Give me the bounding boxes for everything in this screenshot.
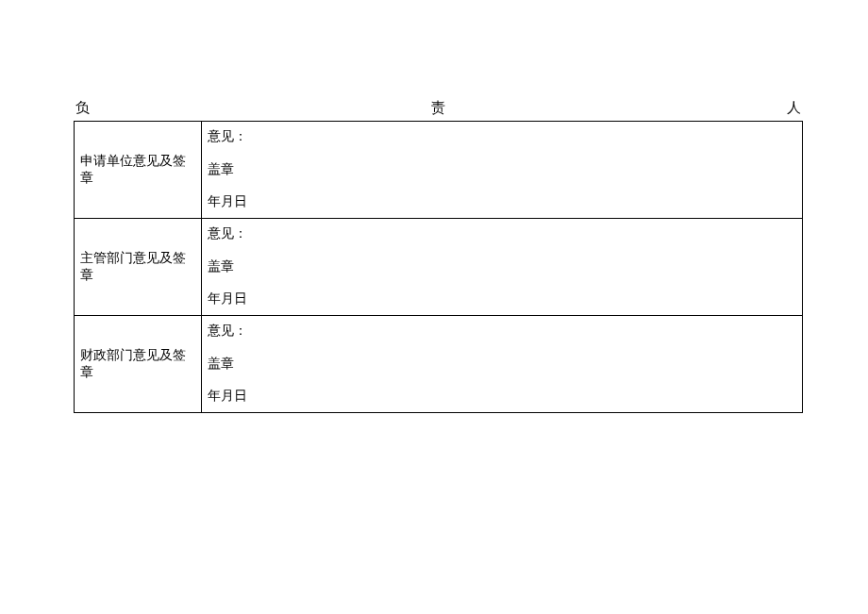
date-label: 年月日 — [208, 389, 796, 405]
row-label-applicant: 申请单位意见及签章 — [75, 122, 202, 219]
opinion-label: 意见： — [208, 226, 796, 242]
form-container: 负 责 人 申请单位意见及签章 意见： 盖章 年月日 主管部门意见及签章 意见：… — [74, 99, 803, 413]
row-content-department: 意见： 盖章 年月日 — [202, 219, 803, 316]
row-content-finance: 意见： 盖章 年月日 — [202, 316, 803, 413]
seal-label: 盖章 — [208, 259, 796, 275]
content-block: 意见： 盖章 年月日 — [208, 324, 796, 405]
opinion-label: 意见： — [208, 129, 796, 145]
header-char-2: 责 — [431, 99, 445, 117]
seal-label: 盖章 — [208, 357, 796, 373]
seal-label: 盖章 — [208, 162, 796, 178]
opinion-label: 意见： — [208, 324, 796, 340]
date-label: 年月日 — [208, 291, 796, 307]
opinion-table: 申请单位意见及签章 意见： 盖章 年月日 主管部门意见及签章 意见： 盖章 年月… — [74, 121, 803, 413]
header-char-1: 负 — [75, 99, 90, 117]
content-block: 意见： 盖章 年月日 — [208, 226, 796, 307]
table-row: 财政部门意见及签章 意见： 盖章 年月日 — [75, 316, 803, 413]
table-row: 主管部门意见及签章 意见： 盖章 年月日 — [75, 219, 803, 316]
date-label: 年月日 — [208, 194, 796, 210]
row-label-finance: 财政部门意见及签章 — [75, 316, 202, 413]
content-block: 意见： 盖章 年月日 — [208, 129, 796, 210]
header-line: 负 责 人 — [74, 99, 803, 117]
row-label-department: 主管部门意见及签章 — [75, 219, 202, 316]
table-row: 申请单位意见及签章 意见： 盖章 年月日 — [75, 122, 803, 219]
header-char-3: 人 — [787, 99, 801, 117]
row-content-applicant: 意见： 盖章 年月日 — [202, 122, 803, 219]
